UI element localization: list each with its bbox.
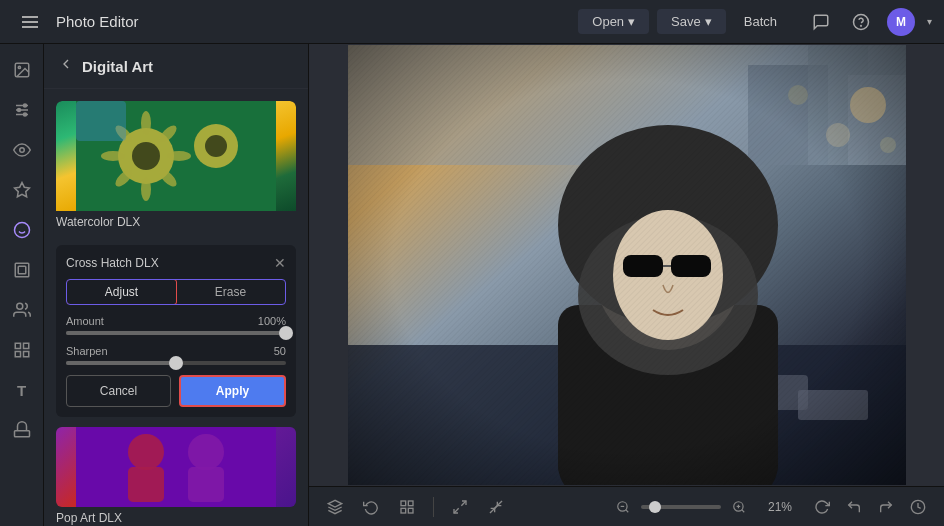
svg-point-65 (850, 87, 886, 123)
canvas-area: 21% (309, 44, 944, 526)
zoom-slider[interactable] (641, 505, 721, 509)
zoom-out-button[interactable] (609, 493, 637, 521)
sharpen-slider[interactable] (66, 361, 286, 365)
control-box-header: Cross Hatch DLX ✕ (66, 255, 286, 271)
svg-rect-72 (401, 508, 406, 513)
text-icon: T (17, 382, 26, 399)
svg-marker-69 (328, 500, 341, 507)
app-title: Photo Editor (56, 13, 139, 30)
svg-marker-11 (14, 183, 29, 197)
sidebar-icon-filter2[interactable] (4, 332, 40, 368)
svg-point-12 (14, 223, 29, 238)
help-icon-button[interactable] (847, 8, 875, 36)
svg-point-10 (19, 148, 24, 153)
crosshatch-control-box: Cross Hatch DLX ✕ Adjust Erase Amount 10… (56, 245, 296, 417)
amount-label: Amount (66, 315, 104, 327)
erase-tab[interactable]: Erase (176, 280, 285, 304)
sharpen-value: 50 (274, 345, 286, 357)
sidebar-icon-magic[interactable] (4, 172, 40, 208)
redo-icon-button[interactable] (872, 493, 900, 521)
header-center: Open ▾ Save ▾ Batch (578, 9, 787, 34)
bottom-toolbar: 21% (309, 486, 944, 526)
cancel-button[interactable]: Cancel (66, 375, 171, 407)
rotate-icon-button[interactable] (357, 493, 385, 521)
svg-point-9 (23, 113, 26, 116)
svg-point-17 (16, 303, 22, 309)
pop-art-dlx-card[interactable]: Pop Art DLX (56, 427, 296, 526)
layers-icon-button[interactable] (321, 493, 349, 521)
svg-line-79 (626, 509, 629, 512)
svg-rect-18 (15, 343, 20, 348)
svg-point-67 (788, 85, 808, 105)
batch-button[interactable]: Batch (734, 9, 787, 34)
bottom-right-buttons (808, 493, 932, 521)
sidebar-icon-effects[interactable] (4, 212, 40, 248)
svg-line-82 (742, 509, 745, 512)
amount-slider[interactable] (66, 331, 286, 335)
back-button[interactable] (58, 56, 74, 76)
close-control-button[interactable]: ✕ (274, 255, 286, 271)
open-button[interactable]: Open ▾ (578, 9, 649, 34)
menu-button[interactable] (12, 4, 48, 40)
panel-content: Watercolor DLX Cross Hatch DLX ✕ Adjust … (44, 89, 308, 526)
sharpen-label: Sharpen (66, 345, 108, 357)
panel-header: Digital Art (44, 44, 308, 89)
svg-point-68 (880, 137, 896, 153)
svg-rect-64 (348, 45, 906, 485)
history-icon-button[interactable] (904, 493, 932, 521)
zoom-in-button[interactable] (725, 493, 753, 521)
grid-icon-button[interactable] (393, 493, 421, 521)
action-row: Cancel Apply (66, 375, 286, 407)
effects-panel: Digital Art (44, 44, 309, 526)
fit-icon-button[interactable] (482, 493, 510, 521)
header-right: M ▾ (807, 8, 932, 36)
sidebar-icon-panel: T (0, 44, 44, 526)
zoom-percentage: 21% (757, 500, 792, 514)
svg-rect-70 (401, 501, 406, 506)
svg-line-74 (461, 501, 466, 506)
fullscreen-icon-button[interactable] (446, 493, 474, 521)
svg-rect-73 (408, 508, 413, 513)
svg-rect-71 (408, 501, 413, 506)
sidebar-icon-eye[interactable] (4, 132, 40, 168)
control-box-title: Cross Hatch DLX (66, 256, 159, 270)
svg-point-66 (826, 123, 850, 147)
amount-value: 100% (258, 315, 286, 327)
svg-point-8 (17, 109, 20, 112)
svg-rect-22 (14, 431, 29, 437)
sidebar-icon-stamp[interactable] (4, 412, 40, 448)
sidebar-icon-text[interactable]: T (4, 372, 40, 408)
undo-icon-button[interactable] (840, 493, 868, 521)
sidebar-icon-sliders[interactable] (4, 92, 40, 128)
sidebar-icon-people[interactable] (4, 292, 40, 328)
svg-rect-37 (76, 101, 126, 141)
app-header: Photo Editor Open ▾ Save ▾ Batch M ▾ (0, 0, 944, 44)
adjust-tab[interactable]: Adjust (66, 279, 177, 305)
svg-line-77 (490, 505, 497, 512)
sharpen-slider-row: Sharpen 50 (66, 345, 286, 365)
zoom-control: 21% (609, 493, 792, 521)
svg-point-1 (861, 25, 862, 26)
svg-rect-15 (15, 263, 29, 277)
photo-svg (348, 45, 906, 485)
svg-rect-21 (23, 352, 28, 357)
save-button[interactable]: Save ▾ (657, 9, 726, 34)
svg-point-7 (23, 104, 26, 107)
panel-title: Digital Art (82, 58, 153, 75)
chat-icon-button[interactable] (807, 8, 835, 36)
sidebar-icon-image[interactable] (4, 52, 40, 88)
svg-rect-43 (76, 427, 276, 507)
svg-rect-19 (23, 343, 28, 348)
open-chevron-icon: ▾ (628, 14, 635, 29)
save-chevron-icon: ▾ (705, 14, 712, 29)
svg-rect-20 (15, 352, 20, 357)
avatar-chevron-icon: ▾ (927, 16, 932, 27)
watercolor-dlx-card[interactable]: Watercolor DLX (56, 101, 296, 237)
amount-slider-row: Amount 100% (66, 315, 286, 335)
canvas-main[interactable] (309, 44, 944, 486)
apply-button[interactable]: Apply (179, 375, 286, 407)
pop-art-thumbnail (56, 427, 296, 507)
reset-icon-button[interactable] (808, 493, 836, 521)
separator1 (433, 497, 434, 517)
sidebar-icon-frame[interactable] (4, 252, 40, 288)
